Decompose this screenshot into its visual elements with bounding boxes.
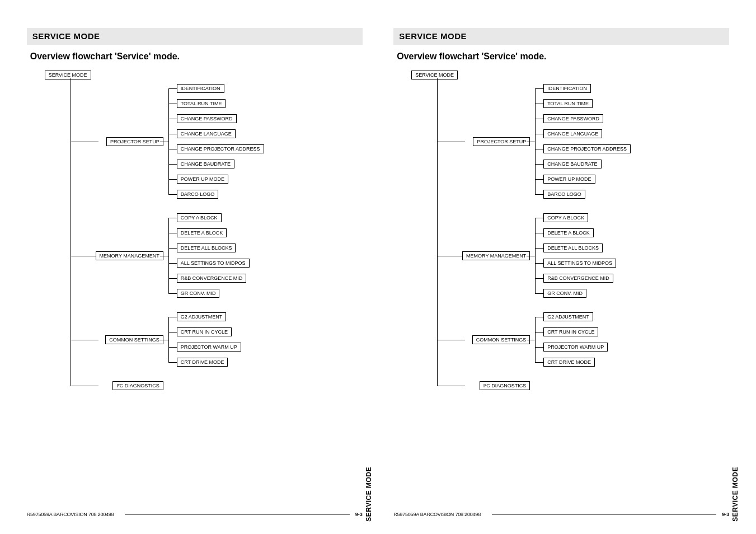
footer-rule <box>492 514 716 515</box>
flowchart-connector <box>168 119 177 119</box>
flowchart-connector <box>160 256 168 256</box>
flowchart-connector <box>535 317 543 317</box>
flowchart-leaf: IDENTIFICATION <box>543 84 591 93</box>
flowchart-connector <box>168 248 177 249</box>
flowchart-connector <box>71 256 98 256</box>
footer-page-num: 9-3 <box>355 512 363 517</box>
flowchart-leaf: PROJECTOR WARM UP <box>543 343 608 352</box>
page-right: SERVICE MODE Overview flowchart 'Service… <box>393 28 729 517</box>
page-footer: R5975059A BARCOVISION 708 200498 9-3 <box>393 512 729 517</box>
header-title: SERVICE MODE <box>399 31 467 41</box>
flowchart-connector <box>168 134 177 134</box>
flowchart-connector <box>168 362 177 363</box>
flowchart-leaf: CRT DRIVE MODE <box>543 358 595 367</box>
flowchart-connector <box>535 293 543 294</box>
flowchart-sub-stem <box>535 317 536 363</box>
flowchart-leaf: BARCO LOGO <box>543 190 585 199</box>
flowchart-connector <box>437 340 465 340</box>
flowchart-category: MEMORY MANAGEMENT <box>96 251 163 260</box>
footer-doc-id: R5975059A BARCOVISION 708 200498 <box>27 512 114 517</box>
flowchart-connector <box>535 332 543 332</box>
flowchart-connector <box>535 149 543 149</box>
page-subtitle: Overview flowchart 'Service' mode. <box>30 51 363 62</box>
footer-page-num: 9-3 <box>722 512 729 517</box>
flowchart-connector <box>168 332 177 332</box>
flowchart-main-stem <box>437 78 438 386</box>
flowchart-leaf: POWER UP MODE <box>177 175 228 184</box>
flowchart-leaf: R&B CONVERGENCE MID <box>543 274 613 283</box>
flowchart-connector <box>168 233 177 233</box>
flowchart-leaf: GR CONV. MID <box>543 289 586 298</box>
flowchart-connector <box>535 88 543 89</box>
page-subtitle: Overview flowchart 'Service' mode. <box>397 51 729 62</box>
flowchart-connector <box>437 142 465 142</box>
flowchart-connector <box>168 149 177 149</box>
side-tab: SERVICE MODE <box>731 467 739 522</box>
flowchart-leaf: DELETE ALL BLOCKS <box>177 243 236 252</box>
flowchart-leaf: G2 ADJUSTMENT <box>543 312 593 321</box>
flowchart-leaf: BARCO LOGO <box>177 190 219 199</box>
flowchart-connector <box>168 164 177 165</box>
flowchart-leaf: IDENTIFICATION <box>177 84 224 93</box>
flowchart-connector <box>535 263 543 264</box>
flowchart-leaf: GR CONV. MID <box>177 289 220 298</box>
flowchart-connector <box>535 164 543 165</box>
flowchart-leaf: CRT RUN IN CYCLE <box>177 327 232 336</box>
flowchart-leaf: CHANGE BAUDRATE <box>543 160 601 168</box>
flowchart-connector <box>168 263 177 264</box>
flowchart-leaf: CHANGE BAUDRATE <box>177 160 234 168</box>
flowchart-leaf: CHANGE PROJECTOR ADDRESS <box>177 144 264 153</box>
flowchart-connector <box>535 134 543 134</box>
flowchart-category: PROJECTOR SETUP <box>106 137 163 146</box>
flowchart-category: COMMON SETTINGS <box>472 335 530 344</box>
flowchart-connector <box>527 340 535 340</box>
flowchart-connector <box>535 233 543 233</box>
flowchart-category: I²C DIAGNOSTICS <box>112 381 163 390</box>
flowchart-connector <box>535 104 543 104</box>
flowchart-connector <box>535 194 543 195</box>
page-footer: R5975059A BARCOVISION 708 200498 9-3 <box>27 512 363 517</box>
footer-rule <box>125 514 349 515</box>
flowchart-connector <box>71 142 98 142</box>
flowchart-leaf: TOTAL RUN TIME <box>177 99 226 108</box>
flowchart-connector <box>160 340 168 340</box>
flowchart-leaf: ALL SETTINGS TO MIDPOS <box>543 259 616 268</box>
flowchart-leaf: DELETE ALL BLOCKS <box>543 243 603 252</box>
flowchart-leaf: CHANGE PROJECTOR ADDRESS <box>543 144 631 153</box>
flowchart-connector <box>168 278 177 279</box>
flowchart-category: PROJECTOR SETUP <box>473 137 530 146</box>
footer-doc-id: R5975059A BARCOVISION 708 200498 <box>393 512 481 517</box>
flowchart-connector <box>168 293 177 294</box>
flowchart-leaf: CRT DRIVE MODE <box>177 358 228 367</box>
flowchart-connector <box>71 386 98 386</box>
flowchart-category: I²C DIAGNOSTICS <box>480 381 530 390</box>
flowchart-sub-stem <box>168 317 169 363</box>
flowchart-connector <box>168 104 177 104</box>
flowchart-connector <box>535 347 543 348</box>
flowchart-category: MEMORY MANAGEMENT <box>462 251 530 260</box>
flowchart-leaf: CHANGE PASSWORD <box>543 114 603 123</box>
flowchart-leaf: DELETE A BLOCK <box>543 228 594 237</box>
flowchart-leaf: TOTAL RUN TIME <box>543 99 593 108</box>
flowchart-leaf: PROJECTOR WARM UP <box>177 343 241 352</box>
page-left: SERVICE MODE Overview flowchart 'Service… <box>27 28 363 517</box>
flowchart: SERVICE MODEPROJECTOR SETUPIDENTIFICATIO… <box>397 71 729 418</box>
flowchart-connector <box>535 278 543 279</box>
flowchart-main-stem <box>71 78 71 386</box>
flowchart-connector <box>168 317 177 317</box>
flowchart-connector <box>535 362 543 363</box>
flowchart-connector <box>160 142 168 142</box>
side-tab: SERVICE MODE <box>365 467 373 522</box>
flowchart-leaf: G2 ADJUSTMENT <box>177 312 227 321</box>
header-bar: SERVICE MODE <box>27 28 363 45</box>
header-bar: SERVICE MODE <box>393 28 729 45</box>
flowchart-root: SERVICE MODE <box>45 71 91 79</box>
flowchart-connector <box>71 340 98 340</box>
flowchart-connector <box>437 256 465 256</box>
flowchart-connector <box>527 256 535 256</box>
flowchart-leaf: CHANGE LANGUAGE <box>543 129 602 138</box>
flowchart-connector <box>168 179 177 180</box>
flowchart-connector <box>168 218 177 218</box>
flowchart-connector <box>535 218 543 218</box>
flowchart-leaf: CRT RUN IN CYCLE <box>543 327 598 336</box>
